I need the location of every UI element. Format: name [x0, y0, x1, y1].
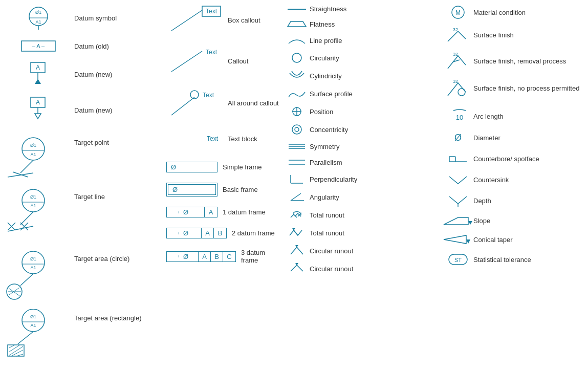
surface-finish1-item: 32 Surface finish	[443, 26, 586, 44]
arc-length-label: Arc length	[473, 113, 586, 120]
svg-text:A1: A1	[35, 19, 41, 25]
target-line-label: Target line	[74, 193, 105, 201]
perpendicularity-label: Perpendicularity	[310, 176, 357, 183]
counterbore-label: Counterbore/ spotface	[473, 155, 586, 163]
svg-text:Ø: Ø	[454, 133, 462, 143]
svg-text:Ø1: Ø1	[30, 194, 36, 200]
svg-text:Text: Text	[207, 135, 219, 142]
datum-new2-label: Datum (new)	[74, 106, 112, 114]
svg-line-76	[291, 193, 301, 201]
text-block-item: Text Text block	[166, 130, 279, 147]
callout-icon: Text	[166, 46, 228, 76]
target-area-rect-item: Ø1 A1 Target area (rectangle)	[3, 309, 161, 360]
datum-new2-icon: A	[3, 96, 74, 124]
circular-runout2-icon	[284, 263, 310, 274]
3-datum-frame-icon: Ø A B C	[166, 251, 236, 262]
simple-frame-label: Simple frame	[223, 163, 262, 171]
datum-symbol-item: Ø1 A1 Datum symbol	[3, 5, 161, 31]
concentricity-item: Concentricity	[284, 124, 438, 135]
target-area-circle-label: Target area (circle)	[74, 255, 129, 263]
circular-runout1-label: Circular runout	[310, 247, 353, 255]
svg-line-19	[20, 160, 33, 173]
svg-point-41	[22, 309, 45, 332]
circular-runout1-item: Circular runout	[284, 245, 438, 256]
statistical-tolerance-icon: ST	[443, 252, 473, 267]
column-additional: M Material condition 32 Surface finish 3…	[438, 5, 586, 366]
surface-finish2-item: 32 Surface finish, removal process	[443, 51, 586, 71]
svg-marker-83	[295, 263, 298, 266]
svg-text:Ø1: Ø1	[30, 143, 36, 148]
total-runout2-label: Total runout	[310, 229, 344, 237]
position-icon	[284, 106, 310, 117]
surface-finish3-label: Surface finish, no process permitted	[473, 84, 586, 92]
circularity-item: Circularity	[284, 52, 438, 63]
circularity-icon	[284, 52, 310, 63]
3-datum-frame-item: Ø A B C 3 datum frame	[166, 249, 279, 264]
datum-old-icon: – A –	[3, 40, 74, 52]
perpendicularity-icon	[284, 173, 310, 185]
cylindricity-item: Cylindricity	[284, 70, 438, 81]
slope-icon	[443, 214, 473, 227]
all-around-callout-item: Text All around callout	[166, 87, 279, 119]
surface-profile-icon	[284, 88, 310, 99]
svg-marker-79	[292, 228, 295, 230]
svg-text:A: A	[36, 64, 40, 71]
arc-length-item: 10 Arc length	[443, 108, 586, 124]
text-block-icon: Text	[166, 130, 228, 147]
datum-new2-item: A Datum (new)	[3, 96, 161, 124]
statistical-tolerance-item: ST Statistical tolerance	[443, 252, 586, 267]
concentricity-label: Concentricity	[310, 126, 348, 134]
1-datum-frame-item: Ø A 1 datum frame	[166, 207, 279, 217]
symmetry-item: Symmetry	[284, 142, 438, 151]
svg-line-55	[171, 51, 202, 72]
countersink-icon	[443, 172, 473, 187]
svg-text:– A –: – A –	[32, 43, 45, 49]
target-line-icon: Ø1 A1	[3, 188, 74, 242]
diameter-icon: Ø	[443, 130, 473, 145]
total-runout1-label: Total runout	[310, 211, 344, 219]
straightness-item: Straightness	[284, 5, 438, 13]
datum-symbol-icon: Ø1 A1	[3, 5, 74, 31]
position-item: Position	[284, 106, 438, 117]
target-area-circle-icon: Ø1 A1	[3, 250, 74, 301]
depth-label: Depth	[473, 197, 586, 205]
svg-marker-100	[444, 235, 466, 244]
all-around-callout-icon: Text	[166, 87, 228, 119]
simple-frame-item: Ø Simple frame	[166, 162, 279, 172]
circular-runout2-item: Circular runout	[284, 263, 438, 274]
svg-text:A1: A1	[30, 323, 36, 328]
svg-marker-62	[288, 21, 306, 27]
simple-frame-icon: Ø	[166, 162, 217, 172]
surface-profile-item: Surface profile	[284, 88, 438, 99]
datum-old-label: Datum (old)	[74, 42, 109, 50]
position-label: Position	[310, 108, 333, 116]
svg-text:A1: A1	[30, 152, 36, 157]
cylindricity-label: Cylindricity	[310, 72, 342, 80]
countersink-item: Countersink	[443, 172, 586, 187]
target-point-label: Target point	[74, 139, 109, 146]
column-callouts-frames: Text Box callout Text Callout Text	[161, 5, 279, 366]
line-profile-label: Line profile	[310, 37, 342, 45]
svg-line-57	[171, 97, 194, 115]
callout-item: Text Callout	[166, 46, 279, 76]
svg-text:Ø1: Ø1	[35, 10, 41, 15]
surface-finish2-icon: 32	[443, 51, 473, 71]
surface-finish2-label: Surface finish, removal process	[473, 57, 586, 65]
total-runout1-item: Total runout	[284, 209, 438, 221]
svg-line-45	[18, 332, 33, 344]
datum-old-item: – A – Datum (old)	[3, 40, 161, 52]
svg-text:ST: ST	[454, 257, 462, 263]
basic-frame-label: Basic frame	[223, 186, 258, 193]
svg-text:A: A	[36, 99, 40, 106]
text-block-label: Text block	[228, 135, 257, 143]
svg-marker-99	[468, 221, 472, 225]
svg-point-32	[22, 251, 45, 274]
cylindricity-icon	[284, 70, 310, 81]
straightness-icon	[284, 6, 310, 13]
datum-new1-icon: A	[3, 61, 74, 87]
svg-point-22	[22, 189, 45, 212]
svg-line-26	[20, 212, 33, 225]
2-datum-frame-label: 2 datum frame	[232, 229, 275, 237]
svg-marker-10	[35, 79, 41, 84]
total-runout2-icon	[284, 227, 310, 238]
